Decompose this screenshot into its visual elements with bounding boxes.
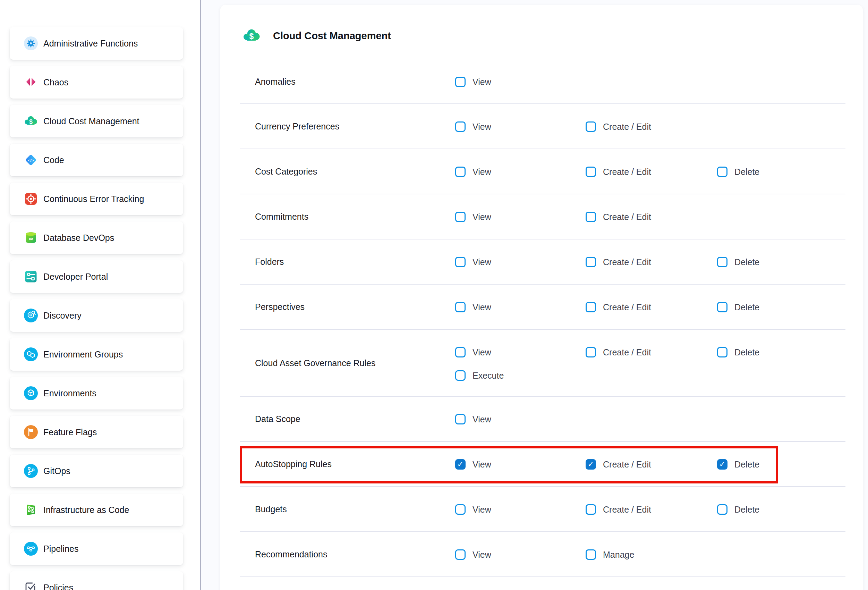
card-header: $ Cloud Cost Management — [242, 28, 391, 44]
sidebar-item-database-devops[interactable]: ∞Database DevOps — [10, 222, 183, 254]
permission-label: View — [472, 460, 491, 470]
checkbox-autostopping-rules-create-edit[interactable]: ✓ — [586, 459, 596, 470]
checkbox-perspectives-delete[interactable] — [717, 302, 728, 312]
checkbox-commitments-view[interactable] — [455, 212, 466, 222]
sidebar-item-label: Environments — [43, 388, 96, 398]
sidebar-item-continuous-error-tracking[interactable]: Continuous Error Tracking — [10, 183, 183, 215]
checkbox-data-scope-view[interactable] — [455, 414, 466, 424]
sidebar-item-infrastructure-as-code[interactable]: Infrastructure as Code — [10, 494, 183, 526]
pipelines-icon — [24, 542, 38, 556]
permission-label: View — [472, 550, 491, 560]
checkbox-cost-categories-create-edit[interactable] — [586, 167, 596, 177]
sidebar-item-chaos[interactable]: Chaos — [10, 66, 183, 99]
sidebar-item-label: Developer Portal — [43, 272, 108, 282]
checkbox-anomalies-view[interactable] — [455, 77, 466, 87]
checkbox-folders-delete[interactable] — [717, 257, 728, 267]
permission-label: View — [472, 122, 491, 132]
permission-label: Delete — [734, 347, 759, 358]
sidebar-item-policies[interactable]: Policies — [10, 571, 183, 590]
sidebar-item-label: Administrative Functions — [43, 38, 138, 49]
content-area: $ Cloud Cost Management AnomaliesViewCur… — [201, 0, 868, 590]
permission-row-recommendations: RecommendationsViewManage — [240, 532, 846, 577]
sidebar-item-label: Feature Flags — [43, 427, 97, 437]
resource-label: Commitments — [255, 212, 309, 222]
permission-autostopping-rules-view: ✓View — [455, 459, 491, 470]
sidebar-item-label: GitOps — [43, 466, 71, 476]
permission-label: View — [472, 257, 491, 267]
permission-label: View — [472, 77, 491, 87]
checkbox-cloud-asset-governance-rules-delete[interactable] — [717, 347, 728, 358]
permission-label: Delete — [734, 167, 759, 177]
sidebar-item-developer-portal[interactable]: Developer Portal — [10, 260, 183, 293]
sidebar-item-label: Environment Groups — [43, 349, 123, 359]
checkbox-budgets-view[interactable] — [455, 504, 466, 515]
permission-cloud-asset-governance-rules-execute: Execute — [455, 370, 504, 381]
permission-label: Delete — [734, 460, 759, 470]
permission-cloud-asset-governance-rules-delete: Delete — [717, 347, 759, 358]
sidebar-item-administrative-functions[interactable]: Administrative Functions — [10, 27, 183, 60]
permission-row-autostopping-rules: AutoStopping Rules✓View✓Create / Edit✓De… — [240, 442, 846, 487]
permission-data-scope-view: View — [455, 414, 491, 424]
checkbox-cloud-asset-governance-rules-view[interactable] — [455, 347, 466, 358]
sidebar-item-feature-flags[interactable]: Feature Flags — [10, 416, 183, 448]
checkbox-cloud-asset-governance-rules-create-edit[interactable] — [586, 347, 596, 358]
permission-label: Create / Edit — [603, 122, 651, 132]
permission-anomalies-view: View — [455, 77, 491, 87]
resource-label: Cost Categories — [255, 167, 317, 177]
checkbox-perspectives-create-edit[interactable] — [586, 302, 596, 312]
sidebar-item-label: Discovery — [43, 311, 81, 321]
checkbox-currency-preferences-create-edit[interactable] — [586, 121, 596, 132]
svg-text:$: $ — [249, 32, 254, 41]
permission-row-budgets: BudgetsViewCreate / EditDelete — [240, 487, 846, 532]
checkbox-folders-create-edit[interactable] — [586, 257, 596, 267]
checkbox-recommendations-view[interactable] — [455, 549, 466, 560]
sidebar-item-environments[interactable]: Environments — [10, 377, 183, 410]
permission-label: View — [472, 167, 491, 177]
checkbox-cost-categories-delete[interactable] — [717, 167, 728, 177]
checkbox-cloud-asset-governance-rules-execute[interactable] — [455, 370, 466, 381]
checkbox-folders-view[interactable] — [455, 257, 466, 267]
checkbox-autostopping-rules-view[interactable]: ✓ — [455, 459, 466, 470]
permission-cost-categories-delete: Delete — [717, 167, 759, 177]
permission-budgets-create-edit: Create / Edit — [586, 504, 651, 515]
sidebar-item-code[interactable]: </>Code — [10, 144, 183, 176]
sidebar-item-cloud-cost-management[interactable]: $Cloud Cost Management — [10, 105, 183, 138]
flag-icon — [24, 425, 38, 439]
permission-currency-preferences-create-edit: Create / Edit — [586, 121, 651, 132]
checkbox-perspectives-view[interactable] — [455, 302, 466, 312]
portal-icon — [24, 270, 38, 284]
permission-label: Create / Edit — [603, 212, 651, 222]
permission-label: View — [472, 414, 491, 424]
checkbox-commitments-create-edit[interactable] — [586, 212, 596, 222]
permission-folders-create-edit: Create / Edit — [586, 257, 651, 267]
permission-label: View — [472, 347, 491, 358]
permission-folders-delete: Delete — [717, 257, 759, 267]
resource-label: Folders — [255, 257, 284, 267]
permission-autostopping-rules-delete: ✓Delete — [717, 459, 759, 470]
chaos-icon — [24, 75, 38, 89]
sidebar-item-gitops[interactable]: GitOps — [10, 455, 183, 487]
checkbox-budgets-create-edit[interactable] — [586, 504, 596, 515]
checkbox-budgets-delete[interactable] — [717, 504, 728, 515]
permission-recommendations-manage: Manage — [586, 549, 634, 560]
permission-commitments-create-edit: Create / Edit — [586, 212, 651, 222]
checkbox-autostopping-rules-delete[interactable]: ✓ — [717, 459, 728, 470]
page-title: Cloud Cost Management — [273, 30, 391, 41]
module-sidebar: Administrative FunctionsChaos$Cloud Cost… — [0, 0, 201, 590]
checkbox-cost-categories-view[interactable] — [455, 167, 466, 177]
permission-cloud-asset-governance-rules-create-edit: Create / Edit — [586, 347, 651, 358]
target-icon — [24, 192, 38, 206]
permission-cost-categories-create-edit: Create / Edit — [586, 167, 651, 177]
database-icon: ∞ — [24, 231, 38, 245]
checkbox-currency-preferences-view[interactable] — [455, 121, 466, 132]
environment-groups-icon — [24, 347, 38, 361]
checkbox-recommendations-manage[interactable] — [586, 549, 596, 560]
sidebar-item-discovery[interactable]: Discovery — [10, 299, 183, 332]
permission-row-commitments: CommitmentsViewCreate / Edit — [240, 194, 846, 240]
resource-label: Data Scope — [255, 414, 300, 424]
permission-label: Delete — [734, 302, 759, 312]
sidebar-item-environment-groups[interactable]: Environment Groups — [10, 338, 183, 371]
sidebar-item-pipelines[interactable]: Pipelines — [10, 532, 183, 565]
permission-cloud-asset-governance-rules-view: View — [455, 347, 491, 358]
resource-label: Perspectives — [255, 302, 305, 312]
